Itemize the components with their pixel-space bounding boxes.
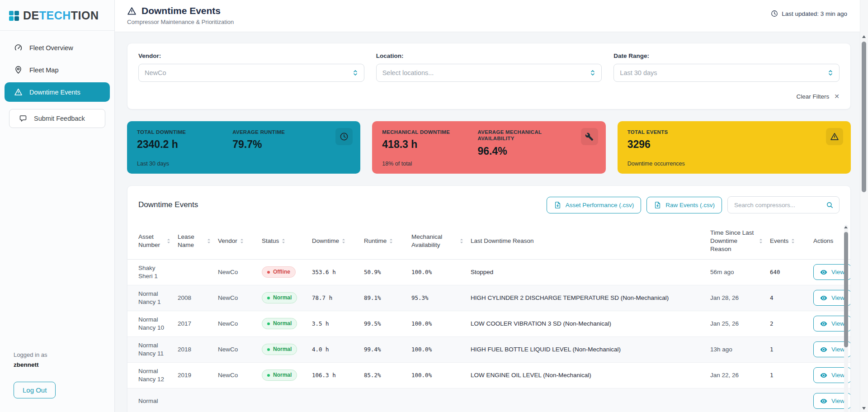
scroll-down-arrow-icon[interactable] xyxy=(862,407,866,410)
sort-icon xyxy=(240,238,244,244)
sidebar-item-downtime-events[interactable]: Downtime Events xyxy=(5,82,110,102)
close-icon[interactable]: ✕ xyxy=(834,93,840,100)
col-vendor[interactable]: Vendor xyxy=(214,223,258,259)
kpi-stat: AVERAGE RUNTIME 79.7% xyxy=(232,129,319,151)
status-dot-icon xyxy=(267,374,270,377)
date-range-value: Last 30 days xyxy=(620,69,657,76)
cell-time-since: Jan 22, 26 xyxy=(707,362,766,388)
kpi-icon-box xyxy=(826,128,843,145)
logged-in-as-label: Logged in as xyxy=(14,351,101,358)
search-input[interactable] xyxy=(733,201,822,209)
cell-vendor: NewCo xyxy=(214,285,258,311)
vendor-label: Vendor: xyxy=(138,52,364,59)
status-dot-icon xyxy=(267,322,270,325)
date-range-filter: Date Range: Last 30 days xyxy=(613,52,840,82)
cell-asset-number: Normal Nancy 11 xyxy=(127,336,174,362)
eye-icon xyxy=(820,320,827,327)
scroll-up-arrow-icon[interactable] xyxy=(844,226,848,228)
last-updated: Last updated: 3 min ago xyxy=(771,10,854,17)
warning-icon xyxy=(830,132,839,141)
date-range-select[interactable]: Last 30 days xyxy=(613,64,840,82)
table-scrollbar[interactable] xyxy=(844,225,848,412)
cell-downtime: 78.7 h xyxy=(308,285,360,311)
cell-lease-name: 2017 xyxy=(174,311,214,336)
kpi-value: 3296 xyxy=(627,138,714,151)
logo-part-3: TION xyxy=(71,9,99,22)
cell-events: 640 xyxy=(766,259,810,285)
kpi-card-mechanical-downtime: MECHANICAL DOWNTIME 418.3 h AVERAGE MECH… xyxy=(372,121,605,174)
chevron-updown-icon xyxy=(590,69,595,76)
kpi-stat: TOTAL DOWNTIME 2340.2 h xyxy=(137,129,223,151)
vendor-select[interactable]: NewCo xyxy=(138,64,364,82)
page-scrollbar[interactable] xyxy=(860,0,868,412)
page-header: Downtime Events Compressor Maintenance &… xyxy=(115,0,868,32)
sort-icon xyxy=(282,238,285,244)
col-events[interactable]: Events xyxy=(766,223,810,259)
cell-mechanical-availability: 95.3% xyxy=(408,285,467,311)
table-row-partial: Normal View xyxy=(127,388,850,412)
status-badge: Normal xyxy=(262,318,297,330)
cell-last-downtime-reason: LOW COOLER VIBRATION 3 SD (Non-Mechanica… xyxy=(467,311,707,336)
col-lease-name[interactable]: Lease Name xyxy=(174,223,214,259)
sidebar-item-label: Fleet Overview xyxy=(29,44,73,52)
status-badge: Normal xyxy=(262,292,297,304)
location-placeholder: Select locations... xyxy=(382,69,434,76)
cell-lease-name xyxy=(174,259,214,285)
submit-feedback-label: Submit Feedback xyxy=(34,115,85,122)
cell-events: 2 xyxy=(766,311,810,336)
export-asset-performance-button[interactable]: Asset Performance (.csv) xyxy=(547,197,642,213)
col-time-since-last-downtime-reason[interactable]: Time Since Last Downtime Reason xyxy=(707,223,766,259)
submit-feedback-button[interactable]: Submit Feedback xyxy=(9,109,105,128)
kpi-label: AVERAGE RUNTIME xyxy=(232,129,319,135)
sort-icon xyxy=(460,238,463,244)
downtime-events-table-card: Downtime Events Asset Performance (.csv)… xyxy=(127,185,851,412)
logout-button[interactable]: Log Out xyxy=(14,382,56,398)
search-icon[interactable] xyxy=(826,201,834,209)
scroll-up-arrow-icon[interactable] xyxy=(862,35,866,38)
cell-status: Offline xyxy=(258,259,308,285)
cell-lease-name: 2019 xyxy=(174,362,214,388)
clear-filters-button[interactable]: Clear Filters xyxy=(797,93,830,100)
sidebar-item-fleet-map[interactable]: Fleet Map xyxy=(5,60,110,80)
cell-time-since: Jan 28, 26 xyxy=(707,285,766,311)
sidebar-item-label: Fleet Map xyxy=(29,66,58,74)
col-downtime[interactable]: Downtime xyxy=(308,223,360,259)
col-mechanical-availability[interactable]: Mechanical Availability xyxy=(408,223,467,259)
kpi-stat: AVERAGE MECHANICAL AVAILABILITY 96.4% xyxy=(477,129,564,157)
sort-icon xyxy=(342,238,345,244)
cell-lease-name: 2018 xyxy=(174,336,214,362)
export-raw-events-button[interactable]: Raw Events (.csv) xyxy=(646,197,722,213)
cell-status: Normal xyxy=(258,311,308,336)
cell-last-downtime-reason: HIGH FUEL BOTTLE LIQUID LEVEL (Non-Mecha… xyxy=(467,336,707,362)
cell-vendor: NewCo xyxy=(214,362,258,388)
col-asset-number[interactable]: Asset Number xyxy=(127,223,174,259)
scrollbar-thumb[interactable] xyxy=(844,232,848,347)
file-download-icon xyxy=(654,201,661,209)
location-select[interactable]: Select locations... xyxy=(376,64,602,82)
last-updated-text: Last updated: 3 min ago xyxy=(782,10,847,17)
eye-icon xyxy=(820,294,827,302)
sidebar-nav: Fleet Overview Fleet Map Downtime Events… xyxy=(0,31,114,128)
logo-text: DETECHTION xyxy=(23,9,99,22)
cell-runtime: 50.9% xyxy=(360,259,408,285)
cell-events: 1 xyxy=(766,336,810,362)
col-runtime[interactable]: Runtime xyxy=(360,223,408,259)
content: Vendor: NewCo Location: Select locations… xyxy=(115,32,868,412)
status-dot-icon xyxy=(267,297,270,299)
eye-icon xyxy=(820,269,827,276)
chat-bubble-icon xyxy=(19,114,27,123)
sidebar-item-fleet-overview[interactable]: Fleet Overview xyxy=(5,38,110,57)
status-badge: Normal xyxy=(262,344,297,355)
cell-status: Normal xyxy=(258,285,308,311)
col-status[interactable]: Status xyxy=(258,223,308,259)
cell-last-downtime-reason: LOW ENGINE OIL LEVEL (Non-Mechanical) xyxy=(467,362,707,388)
scrollbar-thumb[interactable] xyxy=(862,42,866,192)
vendor-value: NewCo xyxy=(145,69,166,76)
kpi-value: 79.7% xyxy=(232,138,319,151)
kpi-label: AVERAGE MECHANICAL AVAILABILITY xyxy=(477,129,564,142)
cell-runtime: 99.4% xyxy=(360,336,408,362)
kpi-card-total-downtime: TOTAL DOWNTIME 2340.2 h AVERAGE RUNTIME … xyxy=(127,121,360,174)
cell-downtime: 4.0 h xyxy=(308,336,360,362)
cell-vendor: NewCo xyxy=(214,336,258,362)
sort-icon xyxy=(791,238,795,244)
